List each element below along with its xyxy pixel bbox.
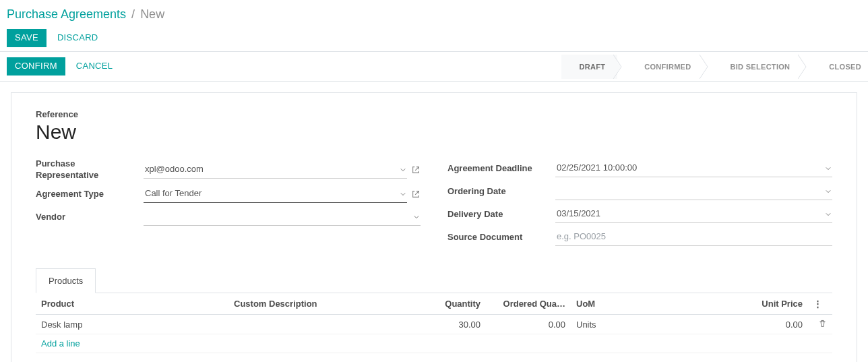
discard-button[interactable]: Discard — [49, 29, 106, 47]
col-custom-description[interactable]: Custom Description — [228, 293, 414, 315]
col-quantity[interactable]: Quantity — [414, 293, 486, 315]
field-vendor: Vendor — [36, 207, 421, 227]
cell-ordered-quantity[interactable]: 0.00 — [486, 315, 571, 334]
field-ordering-date: Ordering Date — [447, 181, 832, 202]
kebab-icon: ⋮ — [813, 299, 822, 309]
stage-closed[interactable]: Closed — [811, 55, 868, 79]
reference-value: New — [36, 121, 832, 144]
col-options[interactable]: ⋮ — [808, 293, 832, 315]
cell-uom[interactable]: Units — [571, 315, 716, 334]
agreement-type-input[interactable] — [144, 185, 407, 203]
trash-icon — [818, 320, 827, 330]
confirm-button[interactable]: Confirm — [7, 57, 65, 76]
col-product[interactable]: Product — [36, 293, 228, 315]
col-unit-price[interactable]: Unit Price — [716, 293, 808, 315]
purchase-rep-input[interactable] — [144, 161, 407, 179]
cancel-button[interactable]: Cancel — [68, 57, 121, 76]
breadcrumb-current: New — [140, 7, 164, 22]
cell-delete[interactable] — [808, 315, 832, 334]
edit-buttons: Save Discard — [7, 29, 861, 47]
cell-unit-price[interactable]: 0.00 — [716, 315, 808, 334]
field-agreement-type: Agreement Type — [36, 184, 421, 204]
external-link-icon[interactable] — [411, 165, 421, 175]
table-row[interactable]: Desk lamp 30.00 0.00 Units 0.00 — [36, 315, 832, 334]
tab-products[interactable]: Products — [36, 268, 96, 293]
breadcrumb-sep: / — [131, 7, 135, 22]
external-link-icon[interactable] — [411, 189, 421, 199]
col-ordered-quantity[interactable]: Ordered Qua… — [486, 293, 571, 315]
form-left-col: Purchase Representative Agreem — [36, 158, 421, 250]
source-document-input[interactable] — [555, 229, 832, 246]
cell-product[interactable]: Desk lamp — [36, 315, 228, 334]
agreement-type-label: Agreement Type — [36, 189, 144, 200]
breadcrumb-root[interactable]: Purchase Agreements — [7, 7, 126, 22]
stage-sep — [802, 55, 811, 79]
agreement-deadline-input[interactable] — [555, 160, 832, 177]
table-add-row: Add a line — [36, 334, 832, 353]
field-agreement-deadline: Agreement Deadline — [447, 158, 832, 179]
field-delivery-date: Delivery Date — [447, 204, 832, 224]
cell-quantity[interactable]: 30.00 — [414, 315, 486, 334]
cell-description[interactable] — [228, 315, 414, 334]
delivery-date-label: Delivery Date — [447, 209, 555, 220]
control-bar: Purchase Agreements / New Save Discard — [0, 0, 868, 47]
delivery-date-input[interactable] — [555, 206, 832, 223]
stage-sep — [617, 55, 627, 79]
reference-label: Reference — [36, 109, 832, 119]
add-line-link[interactable]: Add a line — [36, 334, 832, 353]
source-document-label: Source Document — [447, 232, 555, 243]
purchase-rep-label-line1: Purchase — [36, 158, 144, 170]
sheet-wrap: Reference New Purchase Representative — [0, 82, 868, 362]
stage-draft[interactable]: Draft — [561, 55, 617, 79]
breadcrumb: Purchase Agreements / New — [7, 7, 861, 22]
ordering-date-label: Ordering Date — [447, 186, 555, 198]
save-button[interactable]: Save — [7, 29, 46, 47]
purchase-rep-label-line2: Representative — [36, 170, 144, 181]
statusbar: Confirm Cancel Draft Confirmed Bid Selec… — [0, 52, 868, 82]
form-right-col: Agreement Deadline Ordering Date — [447, 158, 832, 250]
form-sheet: Reference New Purchase Representative — [11, 92, 857, 362]
field-purchase-rep: Purchase Representative — [36, 158, 421, 181]
purchase-rep-label: Purchase Representative — [36, 158, 144, 181]
products-table: Product Custom Description Quantity Orde… — [36, 293, 832, 353]
vendor-input[interactable] — [144, 208, 421, 226]
stage-confirmed[interactable]: Confirmed — [627, 55, 703, 79]
agreement-deadline-label: Agreement Deadline — [447, 163, 555, 175]
field-source-document: Source Document — [447, 227, 832, 247]
stage-sep — [704, 55, 713, 79]
form-columns: Purchase Representative Agreem — [36, 158, 832, 250]
ordering-date-input[interactable] — [555, 183, 832, 200]
tabs: Products — [36, 268, 832, 293]
stage-bid-selection[interactable]: Bid Selection — [713, 55, 803, 79]
col-uom[interactable]: UoM — [571, 293, 716, 315]
vendor-label: Vendor — [36, 212, 144, 223]
status-actions: Confirm Cancel — [7, 52, 121, 81]
stages: Draft Confirmed Bid Selection Closed — [561, 55, 868, 79]
